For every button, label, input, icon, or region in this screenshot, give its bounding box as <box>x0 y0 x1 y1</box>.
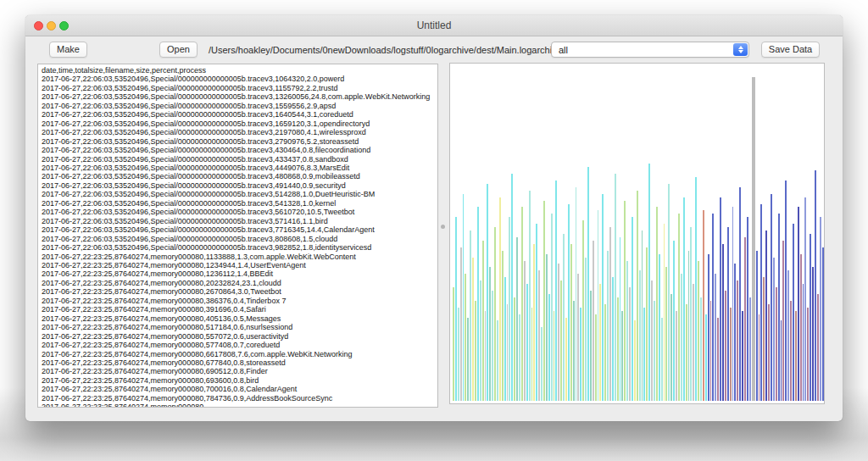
log-line: 2017-06-27,22:23:25,87640274,memory00008… <box>42 385 437 393</box>
log-line: 2017-06-27,22:06:03,53520496,Special/000… <box>42 84 437 92</box>
chart-bar <box>700 297 702 401</box>
chart-bar <box>676 311 677 401</box>
chart-bar <box>531 308 533 401</box>
chart-bar <box>533 244 535 401</box>
chart-bar <box>637 191 638 401</box>
chart-bar <box>453 287 454 401</box>
chart-bar <box>798 207 799 401</box>
chart-bar <box>463 194 465 401</box>
log-line: 2017-06-27,22:23:25,87640274,memory00008… <box>42 305 437 314</box>
chart-bar <box>624 201 626 401</box>
chart-bar <box>760 204 762 401</box>
chart-bar <box>659 254 660 401</box>
chart-bar <box>563 234 565 401</box>
chart-bar <box>593 241 594 401</box>
chart-bar <box>820 217 821 401</box>
make-button[interactable]: Make <box>49 42 87 58</box>
log-line: 2017-06-27,22:06:03,53520496,Special/000… <box>42 102 437 110</box>
chart-bar <box>651 280 653 401</box>
chart-bar <box>504 277 506 401</box>
log-line: 2017-06-27,22:06:03,53520496,Special/000… <box>42 75 437 83</box>
chart-bar <box>668 184 670 401</box>
chart-bar <box>643 308 645 401</box>
save-data-button[interactable]: Save Data <box>761 42 820 58</box>
chart-bar <box>460 247 462 401</box>
log-line: 2017-06-27,22:23:25,87640274,memory00008… <box>42 253 437 261</box>
chevron-down-icon <box>738 50 743 53</box>
chart-bar <box>785 181 787 401</box>
chart-bar <box>482 241 484 401</box>
chart-bar <box>492 291 493 401</box>
chart-bar <box>763 277 765 401</box>
chevron-up-icon <box>738 46 743 49</box>
chart-bar <box>727 227 729 401</box>
log-line: 2017-06-27,22:23:25,87640274,memory00008… <box>42 394 437 403</box>
chart-bar <box>715 274 716 401</box>
chart-bar <box>546 254 548 401</box>
file-path-label: /Users/hoakley/Documents/0newDownloads/l… <box>209 45 562 55</box>
chart-bar <box>730 308 732 401</box>
chart-bar <box>507 304 509 401</box>
filter-dropdown[interactable]: all <box>551 42 749 58</box>
chart-bar <box>511 174 513 401</box>
chart-bar <box>793 224 794 401</box>
chart-bar <box>480 280 481 401</box>
chart-bar <box>778 214 780 401</box>
chart-bar <box>514 297 515 401</box>
chart-bar <box>580 308 581 401</box>
chart-bar <box>502 251 504 401</box>
open-button[interactable]: Open <box>159 42 198 58</box>
splitter-handle[interactable] <box>441 225 445 229</box>
app-window: Untitled Make Open /Users/hoakley/Docume… <box>25 15 843 421</box>
log-text: date,time,totalsize,filename,size,percen… <box>38 64 437 408</box>
chart-bar <box>555 181 557 401</box>
log-line: 2017-06-27,22:23:25,87640274,memory00008… <box>42 341 437 349</box>
chart-bar <box>817 294 819 401</box>
chart-bar <box>477 207 479 401</box>
log-line: date,time,totalsize,filename,size,percen… <box>42 66 437 75</box>
chart-bar <box>646 247 648 401</box>
chart-bar <box>607 251 609 401</box>
chart-bar <box>654 301 655 401</box>
log-line: 2017-06-27,22:23:25,87640274,memory00008… <box>42 358 437 367</box>
stepper-icon <box>733 43 748 56</box>
chart-bar <box>536 224 537 401</box>
chart-bar <box>465 274 466 401</box>
chart-bar <box>759 314 760 401</box>
log-line: 2017-06-27,22:06:03,53520496,Special/000… <box>42 155 437 164</box>
title-bar[interactable]: Untitled <box>25 15 843 36</box>
chart-bar <box>582 220 584 401</box>
chart-bar <box>732 207 734 401</box>
chart-bar <box>781 320 782 401</box>
chart-bar <box>712 214 714 401</box>
chart-bar <box>688 251 690 401</box>
chart-bar <box>526 284 528 401</box>
chart-bar <box>548 294 550 401</box>
log-line: 2017-06-27,22:06:03,53520496,Special/000… <box>42 137 437 146</box>
log-text-area[interactable]: date,time,totalsize,filename,size,percen… <box>37 64 438 408</box>
chart-bar <box>509 217 510 401</box>
chart-bar <box>747 217 748 401</box>
chart-bar <box>487 184 488 401</box>
chart-bar <box>565 318 567 402</box>
log-line: 2017-06-27,22:23:25,87640274,memory00008… <box>42 350 437 358</box>
chart-bar <box>620 237 621 401</box>
chart-bar <box>812 267 814 401</box>
chart-bar <box>686 304 687 401</box>
chart-bar <box>587 167 589 401</box>
chart-bar <box>776 287 777 401</box>
chart-bar <box>773 258 775 401</box>
log-line: 2017-06-27,22:06:03,53520496,Special/000… <box>42 172 437 181</box>
chart-bar <box>765 230 767 401</box>
log-line: 2017-06-27,22:06:03,53520496,Special/000… <box>42 92 437 101</box>
chart-bar <box>568 204 570 401</box>
log-line: 2017-06-27,22:23:25,87640274,memory00008… <box>42 287 437 296</box>
chart-bar <box>541 327 542 401</box>
toolbar: Make Open /Users/hoakley/Documents/0newD… <box>25 36 843 64</box>
chart-bar <box>815 170 816 401</box>
chart-bar <box>739 187 741 401</box>
chart-bar <box>551 214 553 401</box>
chart-bar <box>615 174 616 401</box>
log-line: 2017-06-27,22:23:25,87640274,memory00008… <box>42 403 437 408</box>
chart-bar <box>749 297 751 401</box>
